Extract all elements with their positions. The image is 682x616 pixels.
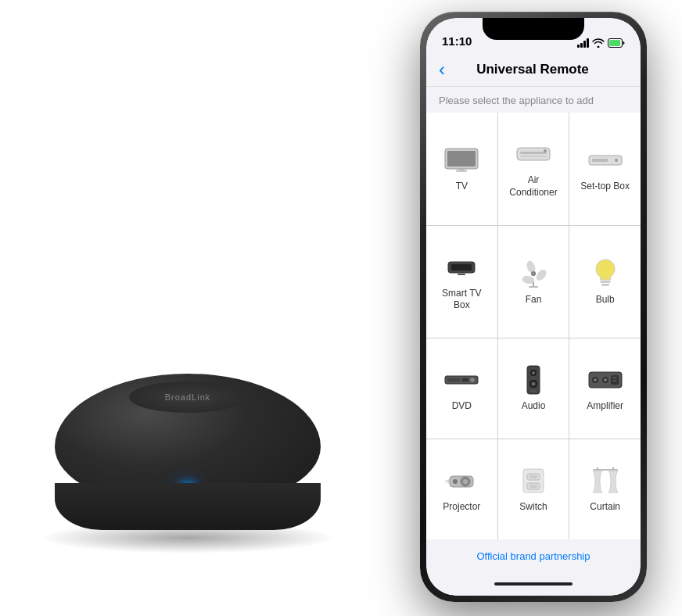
broadlink-device: BroadLink: [23, 288, 352, 553]
fan-icon: [515, 260, 552, 288]
phone-outer-shell: 11:10: [420, 12, 647, 602]
device-body: BroadLink: [47, 374, 328, 530]
appliance-dvd[interactable]: DVD: [426, 338, 497, 439]
svg-rect-12: [592, 159, 608, 162]
fan-label: Fan: [526, 294, 542, 306]
appliance-bulb[interactable]: Bulb: [569, 226, 641, 338]
svg-point-31: [532, 371, 535, 374]
svg-rect-28: [462, 378, 468, 381]
audio-label: Audio: [522, 400, 546, 413]
svg-point-9: [544, 149, 547, 152]
dvd-icon: [443, 366, 480, 394]
svg-rect-26: [447, 378, 460, 381]
svg-rect-34: [530, 390, 537, 392]
phone-screen: 11:10: [426, 18, 641, 596]
appliance-curtain[interactable]: Curtain: [569, 439, 641, 539]
projector-icon: [443, 467, 480, 495]
svg-rect-42: [612, 380, 617, 381]
amplifier-label: Amplifier: [587, 400, 623, 413]
dvd-label: DVD: [452, 400, 472, 413]
svg-point-33: [531, 382, 535, 386]
appliance-stb[interactable]: Set-top Box: [569, 113, 641, 225]
svg-rect-15: [458, 274, 465, 275]
svg-rect-5: [459, 169, 464, 170]
svg-point-19: [534, 267, 548, 282]
svg-rect-3: [447, 151, 476, 167]
scene: BroadLink 11:10: [0, 0, 682, 616]
bulb-icon: [587, 260, 624, 288]
svg-rect-7: [520, 152, 547, 154]
appliance-grid: TV Air: [426, 113, 641, 539]
ac-icon: [515, 140, 552, 168]
curtain-label: Curtain: [590, 501, 620, 514]
svg-point-27: [470, 378, 475, 382]
svg-rect-23: [600, 281, 610, 283]
appliance-tv[interactable]: TV: [426, 113, 497, 225]
appliance-smart-tv-box[interactable]: Smart TVBox: [426, 226, 497, 338]
appliance-fan[interactable]: Fan: [498, 226, 569, 338]
svg-rect-8: [520, 156, 547, 157]
svg-point-45: [463, 479, 468, 484]
status-time: 11:10: [442, 34, 472, 48]
home-indicator: [494, 582, 573, 586]
phone: 11:10: [420, 12, 647, 602]
svg-point-37: [594, 378, 597, 381]
device-base: [55, 483, 321, 530]
wifi-icon: [592, 38, 605, 48]
appliance-amplifier[interactable]: Amplifier: [569, 338, 641, 439]
appliance-audio[interactable]: Audio: [498, 338, 569, 439]
device-disc: BroadLink: [129, 381, 246, 413]
tv-icon: [443, 146, 480, 174]
back-button[interactable]: ‹: [439, 59, 445, 81]
home-bar: [426, 572, 641, 596]
smart-tv-box-label: Smart TVBox: [442, 288, 481, 312]
curtain-icon: [587, 467, 624, 495]
svg-rect-24: [601, 284, 609, 286]
svg-point-20: [531, 271, 536, 276]
tv-label: TV: [456, 181, 468, 193]
svg-point-39: [604, 378, 607, 381]
ac-label: AirConditioner: [509, 174, 557, 199]
stb-icon: [587, 146, 624, 174]
partnership-bar: Official brand partnership: [426, 539, 641, 572]
amplifier-icon: [587, 366, 624, 394]
svg-rect-51: [529, 485, 537, 488]
appliance-projector[interactable]: Projector: [426, 439, 497, 539]
svg-rect-14: [451, 264, 472, 270]
smart-tv-box-icon: [443, 253, 480, 281]
device-brand-label: BroadLink: [165, 392, 211, 402]
svg-point-11: [615, 159, 618, 162]
phone-notch: [483, 18, 584, 40]
signal-bars-icon: [577, 38, 589, 48]
battery-icon: [608, 38, 625, 48]
switch-icon: [515, 467, 552, 495]
switch-label: Switch: [519, 501, 547, 514]
nav-bar: ‹ Universal Remote: [426, 52, 641, 87]
svg-point-46: [453, 479, 458, 484]
svg-rect-1: [609, 40, 620, 46]
screen-subtitle: Please select the appliance to add: [426, 87, 641, 113]
status-icons: [577, 38, 625, 48]
svg-rect-50: [529, 475, 537, 478]
stb-label: Set-top Box: [580, 181, 630, 193]
appliance-switch[interactable]: Switch: [498, 439, 569, 539]
nav-title: Universal Remote: [451, 62, 614, 77]
svg-rect-22: [529, 286, 538, 288]
appliance-ac[interactable]: AirConditioner: [498, 113, 569, 225]
audio-icon: [515, 366, 552, 394]
partnership-link[interactable]: Official brand partnership: [476, 550, 590, 562]
bulb-label: Bulb: [596, 294, 615, 306]
svg-rect-41: [612, 377, 617, 378]
phone-inner: 11:10: [426, 18, 641, 596]
projector-label: Projector: [443, 501, 480, 514]
